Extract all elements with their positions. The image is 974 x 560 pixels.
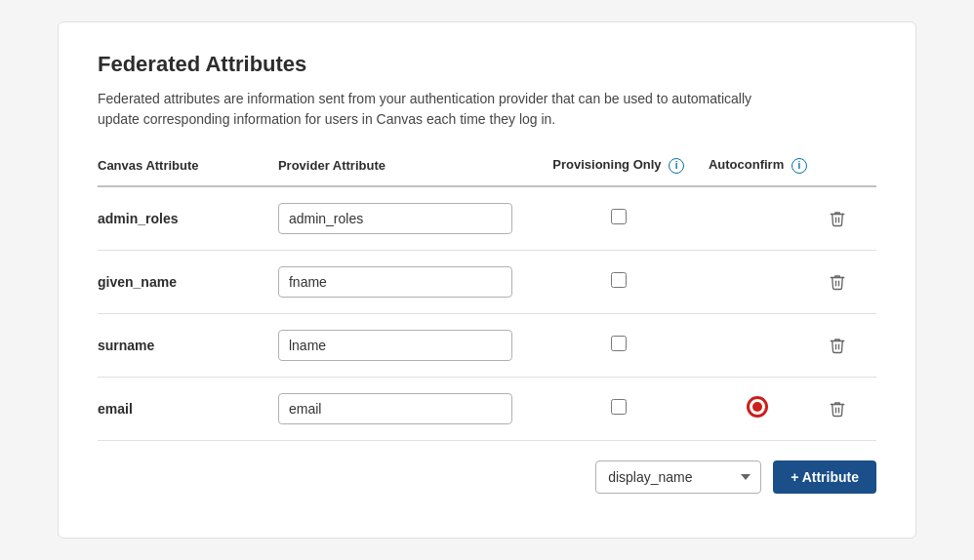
delete-button[interactable] [825, 206, 850, 231]
add-attribute-button[interactable]: + Attribute [773, 460, 876, 494]
provider-attr-input[interactable] [278, 330, 512, 361]
canvas-attr-label: email [98, 401, 133, 417]
trash-icon [829, 337, 846, 354]
page-title: Federated Attributes [98, 52, 876, 77]
federated-attributes-card: Federated Attributes Federated attribute… [58, 21, 916, 539]
canvas-attr-label: given_name [98, 274, 177, 290]
autoconfirm-radio-active[interactable] [747, 396, 768, 418]
provisioning-only-cell [547, 313, 691, 377]
delete-cell [825, 313, 876, 377]
autoconfirm-cell [691, 250, 825, 313]
delete-button[interactable] [825, 396, 850, 421]
provider-attr-cell [278, 250, 547, 313]
header-canvas-attr: Canvas Attribute [98, 157, 278, 186]
autoconfirm-cell [691, 186, 825, 251]
footer-row: display_nameadmin_rolesgiven_namesurname… [98, 460, 876, 494]
autoconfirm-cell [691, 313, 825, 377]
delete-button[interactable] [825, 333, 850, 358]
page-description: Federated attributes are information sen… [98, 89, 781, 130]
autoconfirm-cell [691, 377, 825, 440]
delete-button[interactable] [825, 269, 850, 295]
canvas-attr-cell: surname [98, 313, 278, 377]
trash-icon [829, 400, 846, 418]
trash-icon [829, 210, 846, 227]
provisioning-only-checkbox[interactable] [611, 399, 627, 415]
trash-icon [829, 273, 846, 291]
provider-attr-cell [278, 313, 547, 377]
delete-cell [825, 186, 876, 251]
table-row: surname [98, 313, 876, 377]
provisioning-only-checkbox[interactable] [611, 209, 627, 224]
table-row: email [98, 377, 876, 440]
header-delete [825, 157, 876, 186]
provisioning-only-cell [547, 377, 691, 440]
canvas-attr-label: admin_roles [98, 211, 178, 226]
canvas-attr-cell: given_name [98, 250, 278, 313]
canvas-attr-cell: email [98, 377, 278, 440]
provisioning-info-icon: i [669, 158, 684, 174]
autoconfirm-info-icon: i [791, 158, 807, 174]
header-provisioning-only: Provisioning Only i [547, 157, 691, 186]
provider-attr-cell [278, 377, 547, 440]
canvas-attr-label: surname [98, 338, 154, 353]
delete-cell [825, 377, 876, 440]
attribute-dropdown[interactable]: display_nameadmin_rolesgiven_namesurname… [595, 460, 761, 494]
provider-attr-input[interactable] [278, 266, 512, 298]
header-provider-attr: Provider Attribute [278, 157, 547, 186]
provisioning-only-checkbox[interactable] [611, 272, 627, 288]
provisioning-only-checkbox[interactable] [611, 336, 627, 351]
provisioning-only-cell [547, 186, 691, 251]
table-row: admin_roles [98, 186, 876, 251]
header-autoconfirm: Autoconfirm i [691, 157, 825, 186]
table-row: given_name [98, 250, 876, 313]
provisioning-only-cell [547, 250, 691, 313]
attributes-table: Canvas Attribute Provider Attribute Prov… [98, 157, 876, 441]
provider-attr-cell [278, 186, 547, 251]
canvas-attr-cell: admin_roles [98, 186, 278, 251]
delete-cell [825, 250, 876, 313]
provider-attr-input[interactable] [278, 203, 512, 234]
provider-attr-input[interactable] [278, 393, 512, 424]
